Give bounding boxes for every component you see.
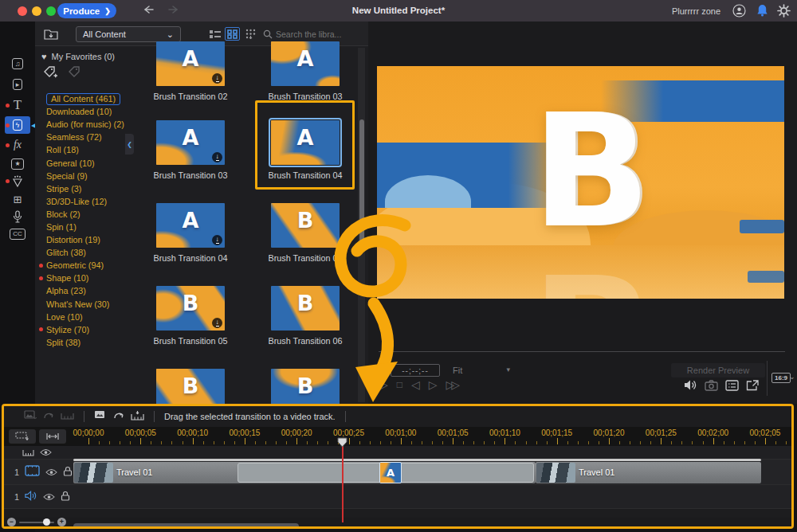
video-clip[interactable]: Travel 01 — [536, 462, 761, 483]
eye-visibility-icon[interactable] — [45, 465, 57, 479]
transition-thumbnail[interactable]: A↓ — [156, 120, 225, 165]
eye-visibility-icon[interactable] — [43, 490, 55, 504]
split-screen-room-icon[interactable]: ⊞ — [5, 190, 30, 208]
category-item[interactable]: 3D/3D-Like (12) — [37, 195, 142, 208]
transition-item[interactable]: A↓Brush Transition 02 — [156, 41, 225, 86]
snapshot-camera-icon[interactable] — [705, 380, 718, 394]
collection-dropdown[interactable]: All Content ⌄ — [76, 26, 181, 42]
stop-button[interactable]: □ — [397, 379, 402, 390]
user-account-icon[interactable] — [732, 4, 746, 18]
transition-thumbnail[interactable]: A↓ — [156, 41, 225, 86]
transition-item[interactable]: ABrush Transition 04 — [271, 120, 340, 165]
category-label: Stylize (70) — [46, 325, 89, 334]
audio-track[interactable] — [72, 485, 791, 508]
category-item[interactable]: General (10) — [37, 156, 142, 169]
remove-tag-icon[interactable] — [68, 66, 83, 84]
category-item[interactable]: All Content (461) — [37, 92, 142, 105]
category-item[interactable]: Alpha (23) — [37, 284, 142, 297]
transition-thumbnail[interactable]: B↓ — [156, 286, 225, 331]
transition-item[interactable]: B↓Brush Transition 05 — [156, 286, 225, 331]
zoom-in-button[interactable]: + — [57, 518, 66, 526]
grid-view-button[interactable] — [225, 27, 240, 41]
category-item[interactable]: Spin (1) — [37, 221, 142, 233]
transition-thumbnail[interactable]: B — [271, 286, 340, 331]
fast-forward-button[interactable]: ▷▷ — [446, 378, 457, 391]
applied-transition-chip[interactable]: A — [379, 462, 402, 483]
render-preview-button[interactable]: Render Preview — [671, 363, 765, 377]
search-input[interactable] — [276, 29, 355, 39]
notifications-bell-icon[interactable] — [756, 4, 768, 17]
category-item[interactable]: Shape (10) — [37, 272, 142, 284]
apply-transition-icon[interactable] — [94, 409, 108, 424]
drop-to-track-icon[interactable] — [131, 409, 144, 424]
transition-item[interactable]: A↓Brush Transition 03 — [156, 120, 225, 165]
transition-item[interactable]: A↓Brush Transition 04 — [156, 203, 225, 248]
transition-item[interactable]: B — [156, 369, 225, 404]
transition-item[interactable]: BBrush Transition 06 — [271, 286, 340, 331]
voiceover-room-icon[interactable] — [5, 208, 30, 225]
timeline-ruler[interactable]: 00;00;0000;00;0500;00;1000;00;1500;00;20… — [72, 427, 791, 446]
library-search[interactable] — [263, 27, 360, 41]
transition-thumbnail[interactable]: B — [271, 369, 340, 404]
zoom-out-button[interactable]: − — [7, 518, 16, 526]
list-view-button[interactable] — [207, 27, 222, 41]
subtitle-room-icon[interactable]: CC — [5, 225, 30, 243]
aspect-ratio-selector[interactable]: 16:9 — [771, 373, 791, 383]
transition-item[interactable]: B — [271, 369, 340, 404]
transition-thumbnail[interactable]: A↓ — [156, 203, 225, 248]
settings-gear-icon[interactable] — [777, 4, 791, 18]
import-media-icon[interactable] — [44, 27, 58, 44]
category-item[interactable]: What's New (30) — [37, 298, 142, 311]
add-tag-icon[interactable] — [43, 66, 58, 84]
transition-thumbnail[interactable]: A — [271, 120, 340, 165]
category-item[interactable]: Audio (for music) (2) — [37, 118, 142, 131]
fit-timeline-button[interactable] — [39, 429, 66, 444]
collapse-panel-arrow[interactable]: ❮ — [125, 134, 134, 155]
particle-room-icon[interactable] — [5, 172, 30, 190]
tag-view-button[interactable] — [243, 27, 258, 41]
transition-room-icon[interactable]: ϟ — [5, 116, 30, 134]
playhead-marker[interactable] — [336, 436, 348, 451]
transition-item[interactable]: ABrush Transition 03 — [271, 41, 340, 86]
zoom-slider-thumb[interactable] — [43, 518, 50, 526]
library-scrollbar[interactable] — [358, 48, 365, 402]
undock-popout-icon[interactable] — [746, 380, 759, 394]
category-item[interactable]: Geometric (94) — [37, 259, 142, 272]
title-room-icon[interactable]: T — [5, 96, 30, 114]
category-item[interactable]: Stripe (3) — [37, 182, 142, 195]
mute-speaker-icon[interactable] — [684, 379, 697, 394]
previous-frame-button[interactable]: ◁ — [411, 378, 420, 391]
play-button[interactable]: ▷ — [379, 378, 388, 391]
range-select-button[interactable] — [9, 429, 36, 444]
timeline-hscroll-thumb[interactable] — [73, 523, 299, 529]
apply-arrow-icon[interactable] — [113, 409, 125, 424]
transition-thumbnail[interactable]: A — [271, 41, 340, 86]
zoom-mode-dropdown[interactable]: Fit ▾ — [453, 366, 510, 375]
category-item[interactable]: Split (38) — [37, 336, 142, 349]
media-room-icon[interactable]: ♫ — [5, 55, 30, 72]
favorites-header[interactable]: ♥ My Favorites (0) — [41, 52, 115, 61]
pip-objects-room-icon[interactable]: ★ — [5, 155, 30, 173]
lock-track-icon[interactable] — [61, 490, 70, 504]
media-viewer-icon[interactable] — [725, 380, 739, 394]
video-track[interactable]: Travel 01 Travel 01 A — [72, 460, 791, 484]
category-item[interactable]: Glitch (38) — [37, 246, 142, 259]
effect-room-icon[interactable]: fx — [5, 136, 30, 154]
preview-video[interactable]: B B — [377, 66, 784, 299]
timeline-zoom-slider[interactable] — [19, 522, 54, 523]
video-overlay-room-icon[interactable]: ▸ — [5, 76, 30, 93]
category-item[interactable]: Special (9) — [37, 170, 142, 182]
category-item[interactable]: Distortion (19) — [37, 233, 142, 246]
category-item[interactable]: Love (10) — [37, 311, 142, 323]
eye-visibility-icon[interactable] — [40, 445, 52, 460]
marker-track[interactable] — [72, 446, 791, 459]
category-item[interactable]: Block (2) — [37, 208, 142, 221]
category-item[interactable]: Downloaded (10) — [37, 105, 142, 118]
transition-thumbnail[interactable]: B — [271, 203, 340, 248]
transition-item[interactable]: BBrush Transition 05 — [271, 203, 340, 248]
category-item[interactable]: Stylize (70) — [37, 323, 142, 336]
playhead-line[interactable] — [342, 446, 344, 522]
transition-thumbnail[interactable]: B — [156, 369, 225, 404]
timecode-field[interactable]: --;--;-- — [391, 364, 440, 377]
next-frame-button[interactable]: ▷ — [429, 378, 438, 391]
